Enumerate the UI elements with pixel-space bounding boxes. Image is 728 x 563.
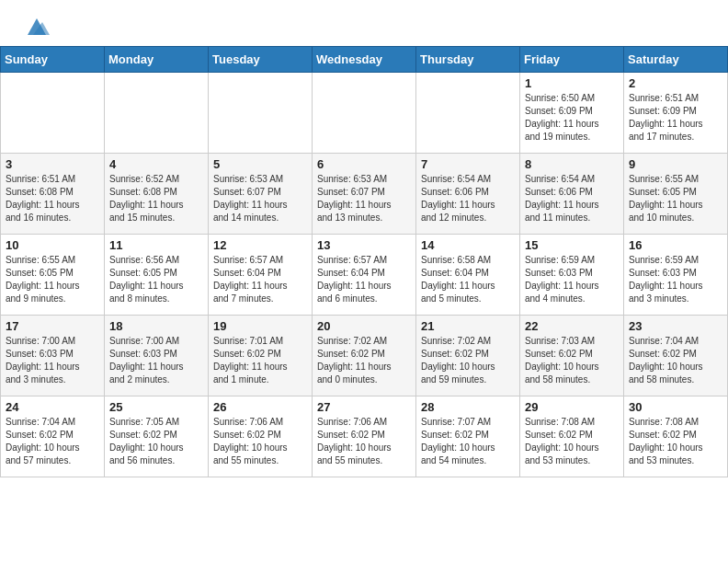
week-row-3: 10Sunrise: 6:55 AM Sunset: 6:05 PM Dayli… <box>1 235 728 316</box>
day-number: 15 <box>525 238 619 252</box>
calendar-cell: 15Sunrise: 6:59 AM Sunset: 6:03 PM Dayli… <box>520 235 624 316</box>
day-number: 5 <box>213 157 307 171</box>
calendar-cell: 22Sunrise: 7:03 AM Sunset: 6:02 PM Dayli… <box>520 316 624 396</box>
calendar-table: SundayMondayTuesdayWednesdayThursdayFrid… <box>0 46 728 477</box>
day-number: 16 <box>629 238 722 252</box>
day-number: 30 <box>629 400 722 414</box>
calendar-cell: 26Sunrise: 7:06 AM Sunset: 6:02 PM Dayli… <box>209 396 313 477</box>
day-info: Sunrise: 6:50 AM Sunset: 6:09 PM Dayligh… <box>525 92 619 144</box>
day-info: Sunrise: 7:06 AM Sunset: 6:02 PM Dayligh… <box>317 416 411 467</box>
day-info: Sunrise: 6:56 AM Sunset: 6:05 PM Dayligh… <box>109 254 203 305</box>
logo-icon <box>24 17 50 37</box>
day-info: Sunrise: 7:05 AM Sunset: 6:02 PM Dayligh… <box>109 416 203 467</box>
day-info: Sunrise: 6:51 AM Sunset: 6:09 PM Dayligh… <box>629 92 722 144</box>
day-number: 20 <box>317 319 411 333</box>
day-info: Sunrise: 6:51 AM Sunset: 6:08 PM Dayligh… <box>6 173 99 224</box>
calendar-cell: 24Sunrise: 7:04 AM Sunset: 6:02 PM Dayli… <box>1 396 105 477</box>
weekday-header-tuesday: Tuesday <box>209 47 313 73</box>
calendar-cell: 9Sunrise: 6:55 AM Sunset: 6:05 PM Daylig… <box>624 154 728 235</box>
day-info: Sunrise: 6:52 AM Sunset: 6:08 PM Dayligh… <box>109 173 203 224</box>
calendar-cell: 19Sunrise: 7:01 AM Sunset: 6:02 PM Dayli… <box>209 316 313 396</box>
day-number: 10 <box>6 238 99 252</box>
page-header <box>0 0 728 46</box>
day-info: Sunrise: 6:55 AM Sunset: 6:05 PM Dayligh… <box>629 173 722 224</box>
day-number: 22 <box>525 319 619 333</box>
day-info: Sunrise: 7:04 AM Sunset: 6:02 PM Dayligh… <box>6 416 99 467</box>
day-info: Sunrise: 6:58 AM Sunset: 6:04 PM Dayligh… <box>421 254 515 305</box>
calendar-cell <box>1 73 105 154</box>
day-info: Sunrise: 6:57 AM Sunset: 6:04 PM Dayligh… <box>317 254 411 305</box>
day-info: Sunrise: 6:55 AM Sunset: 6:05 PM Dayligh… <box>6 254 99 305</box>
day-number: 7 <box>421 157 515 171</box>
week-row-1: 1Sunrise: 6:50 AM Sunset: 6:09 PM Daylig… <box>1 73 728 154</box>
calendar-cell <box>209 73 313 154</box>
day-info: Sunrise: 7:02 AM Sunset: 6:02 PM Dayligh… <box>317 335 411 386</box>
calendar-cell: 12Sunrise: 6:57 AM Sunset: 6:04 PM Dayli… <box>209 235 313 316</box>
calendar-cell: 7Sunrise: 6:54 AM Sunset: 6:06 PM Daylig… <box>416 154 520 235</box>
day-number: 12 <box>213 238 307 252</box>
day-number: 11 <box>109 238 203 252</box>
calendar-cell: 11Sunrise: 6:56 AM Sunset: 6:05 PM Dayli… <box>105 235 209 316</box>
logo <box>22 17 50 37</box>
calendar-cell: 14Sunrise: 6:58 AM Sunset: 6:04 PM Dayli… <box>416 235 520 316</box>
day-info: Sunrise: 7:08 AM Sunset: 6:02 PM Dayligh… <box>525 416 619 467</box>
weekday-header-saturday: Saturday <box>624 47 728 73</box>
day-info: Sunrise: 6:59 AM Sunset: 6:03 PM Dayligh… <box>525 254 619 305</box>
day-number: 14 <box>421 238 515 252</box>
weekday-header-wednesday: Wednesday <box>313 47 416 73</box>
day-number: 25 <box>109 400 203 414</box>
calendar-cell: 18Sunrise: 7:00 AM Sunset: 6:03 PM Dayli… <box>105 316 209 396</box>
weekday-header-thursday: Thursday <box>416 47 520 73</box>
day-info: Sunrise: 6:53 AM Sunset: 6:07 PM Dayligh… <box>317 173 411 224</box>
day-number: 18 <box>109 319 203 333</box>
day-info: Sunrise: 6:54 AM Sunset: 6:06 PM Dayligh… <box>525 173 619 224</box>
calendar-cell: 17Sunrise: 7:00 AM Sunset: 6:03 PM Dayli… <box>1 316 105 396</box>
day-info: Sunrise: 6:54 AM Sunset: 6:06 PM Dayligh… <box>421 173 515 224</box>
day-info: Sunrise: 7:02 AM Sunset: 6:02 PM Dayligh… <box>421 335 515 386</box>
calendar-cell: 10Sunrise: 6:55 AM Sunset: 6:05 PM Dayli… <box>1 235 105 316</box>
day-number: 28 <box>421 400 515 414</box>
calendar-cell: 4Sunrise: 6:52 AM Sunset: 6:08 PM Daylig… <box>105 154 209 235</box>
day-number: 21 <box>421 319 515 333</box>
day-number: 24 <box>6 400 99 414</box>
weekday-header-monday: Monday <box>105 47 209 73</box>
day-info: Sunrise: 7:07 AM Sunset: 6:02 PM Dayligh… <box>421 416 515 467</box>
day-number: 23 <box>629 319 722 333</box>
day-number: 26 <box>213 400 307 414</box>
day-info: Sunrise: 7:04 AM Sunset: 6:02 PM Dayligh… <box>629 335 722 386</box>
day-info: Sunrise: 7:00 AM Sunset: 6:03 PM Dayligh… <box>6 335 99 386</box>
calendar-cell: 3Sunrise: 6:51 AM Sunset: 6:08 PM Daylig… <box>1 154 105 235</box>
day-info: Sunrise: 7:08 AM Sunset: 6:02 PM Dayligh… <box>629 416 722 467</box>
weekday-header-row: SundayMondayTuesdayWednesdayThursdayFrid… <box>1 47 728 73</box>
day-number: 9 <box>629 157 722 171</box>
day-number: 29 <box>525 400 619 414</box>
calendar-cell: 27Sunrise: 7:06 AM Sunset: 6:02 PM Dayli… <box>313 396 416 477</box>
calendar-cell: 23Sunrise: 7:04 AM Sunset: 6:02 PM Dayli… <box>624 316 728 396</box>
calendar-cell: 2Sunrise: 6:51 AM Sunset: 6:09 PM Daylig… <box>624 73 728 154</box>
day-number: 13 <box>317 238 411 252</box>
day-info: Sunrise: 7:01 AM Sunset: 6:02 PM Dayligh… <box>213 335 307 386</box>
day-info: Sunrise: 7:00 AM Sunset: 6:03 PM Dayligh… <box>109 335 203 386</box>
day-info: Sunrise: 7:06 AM Sunset: 6:02 PM Dayligh… <box>213 416 307 467</box>
calendar-cell: 21Sunrise: 7:02 AM Sunset: 6:02 PM Dayli… <box>416 316 520 396</box>
calendar-cell: 16Sunrise: 6:59 AM Sunset: 6:03 PM Dayli… <box>624 235 728 316</box>
calendar-cell: 20Sunrise: 7:02 AM Sunset: 6:02 PM Dayli… <box>313 316 416 396</box>
weekday-header-sunday: Sunday <box>1 47 105 73</box>
day-info: Sunrise: 7:03 AM Sunset: 6:02 PM Dayligh… <box>525 335 619 386</box>
day-number: 19 <box>213 319 307 333</box>
day-number: 4 <box>109 157 203 171</box>
day-number: 27 <box>317 400 411 414</box>
day-number: 1 <box>525 76 619 90</box>
calendar-cell: 30Sunrise: 7:08 AM Sunset: 6:02 PM Dayli… <box>624 396 728 477</box>
calendar-cell: 13Sunrise: 6:57 AM Sunset: 6:04 PM Dayli… <box>313 235 416 316</box>
calendar-cell: 28Sunrise: 7:07 AM Sunset: 6:02 PM Dayli… <box>416 396 520 477</box>
day-number: 6 <box>317 157 411 171</box>
week-row-5: 24Sunrise: 7:04 AM Sunset: 6:02 PM Dayli… <box>1 396 728 477</box>
day-number: 3 <box>6 157 99 171</box>
calendar-cell <box>105 73 209 154</box>
day-number: 2 <box>629 76 722 90</box>
calendar-cell <box>416 73 520 154</box>
calendar-cell: 6Sunrise: 6:53 AM Sunset: 6:07 PM Daylig… <box>313 154 416 235</box>
calendar-cell: 29Sunrise: 7:08 AM Sunset: 6:02 PM Dayli… <box>520 396 624 477</box>
calendar-cell: 1Sunrise: 6:50 AM Sunset: 6:09 PM Daylig… <box>520 73 624 154</box>
